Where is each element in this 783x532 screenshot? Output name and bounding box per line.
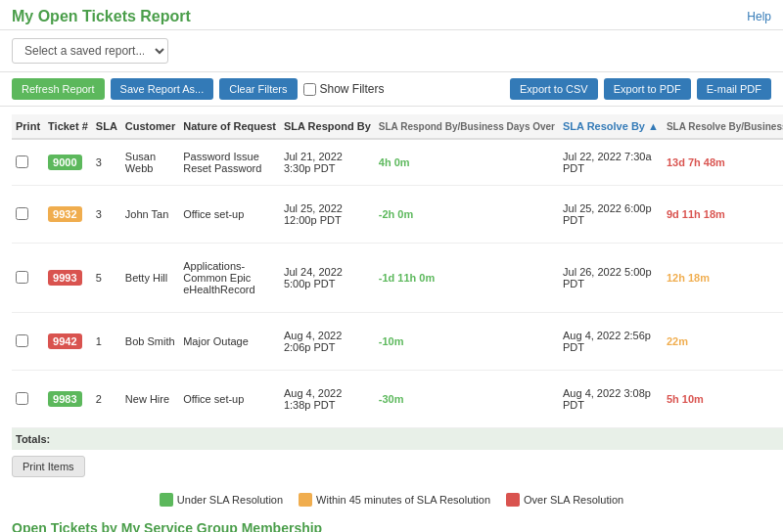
page-header: My Open Tickets Report Help: [0, 0, 783, 30]
row-checkbox[interactable]: [16, 334, 28, 347]
ticket-badge[interactable]: 9932: [48, 206, 81, 222]
col-respond-biz: SLA Respond By/Business Days Over: [375, 114, 559, 139]
legend: Under SLA Resolution Within 45 minutes o…: [0, 485, 783, 514]
row-checkbox[interactable]: [16, 392, 28, 405]
open-tickets-title: Open Tickets by My Service Group Members…: [0, 514, 783, 532]
table-row: 9983 2 New Hire Office set-up Aug 4, 202…: [12, 371, 783, 428]
legend-under-sla: Under SLA Resolution: [160, 493, 283, 507]
col-resolve-by[interactable]: SLA Resolve By ▲: [559, 114, 663, 139]
ticket-badge[interactable]: 9993: [48, 270, 81, 286]
col-nature: Nature of Request: [179, 114, 280, 139]
show-filters-checkbox[interactable]: [303, 83, 316, 96]
legend-over-sla: Over SLA Resolution: [506, 493, 623, 507]
totals-row: Totals: 5: [12, 428, 783, 451]
col-print: Print: [12, 114, 44, 139]
ticket-badge[interactable]: 9000: [48, 155, 81, 170]
print-items-button[interactable]: Print Items: [12, 456, 85, 477]
table-row: 9993 5 Betty Hill Applications-Common Ep…: [12, 244, 783, 313]
tickets-table-wrap: Print Ticket # SLA Customer Nature of Re…: [0, 114, 783, 450]
tickets-table: Print Ticket # SLA Customer Nature of Re…: [12, 114, 783, 450]
toolbar: Select a saved report...: [0, 30, 783, 72]
legend-green-box: [160, 493, 173, 507]
save-report-button[interactable]: Save Report As...: [111, 78, 214, 100]
row-checkbox[interactable]: [16, 207, 28, 220]
col-ticket: Ticket #: [44, 114, 92, 139]
col-resolve-biz: SLA Resolve By/Business Days Over: [663, 114, 783, 139]
col-respond-by: SLA Respond By: [280, 114, 375, 139]
ticket-badge[interactable]: 9983: [48, 391, 81, 407]
legend-orange-box: [299, 493, 312, 507]
col-customer: Customer: [121, 114, 179, 139]
email-pdf-button[interactable]: E-mail PDF: [697, 78, 771, 100]
ticket-badge[interactable]: 9942: [48, 333, 81, 349]
table-row: 9932 3 John Tan Office set-up Jul 25, 20…: [12, 186, 783, 244]
legend-within-45: Within 45 minutes of SLA Resolution: [299, 493, 490, 507]
row-checkbox[interactable]: [16, 271, 28, 284]
col-sla: SLA: [92, 114, 121, 139]
legend-red-box: [506, 493, 520, 507]
table-row: 9000 3 Susan Webb Password Issue Reset P…: [12, 139, 783, 186]
table-row: 9942 1 Bob Smith Major Outage Aug 4, 202…: [12, 313, 783, 371]
print-row: Print Items: [0, 450, 783, 483]
page-title: My Open Tickets Report: [12, 8, 191, 25]
export-csv-button[interactable]: Export to CSV: [510, 78, 598, 100]
action-bar: Refresh Report Save Report As... Clear F…: [0, 72, 783, 107]
saved-report-select[interactable]: Select a saved report...: [12, 38, 168, 64]
clear-filters-button[interactable]: Clear Filters: [219, 78, 297, 100]
export-pdf-button[interactable]: Export to PDF: [604, 78, 691, 100]
right-buttons: Export to CSV Export to PDF E-mail PDF: [510, 78, 771, 100]
show-filters-label: Show Filters: [303, 82, 385, 96]
row-checkbox[interactable]: [16, 155, 28, 168]
help-link[interactable]: Help: [747, 10, 771, 23]
refresh-button[interactable]: Refresh Report: [12, 78, 105, 100]
